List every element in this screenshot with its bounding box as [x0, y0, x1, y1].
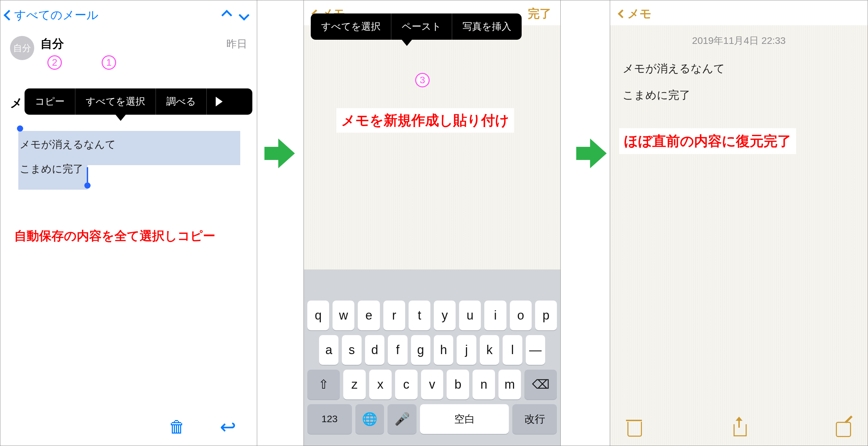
notes-done-button[interactable]: 完了	[528, 6, 551, 22]
note-body[interactable]: メモが消えるなんて こまめに完了	[610, 47, 868, 116]
subject-fragment: メ	[10, 96, 23, 110]
share-icon[interactable]	[731, 418, 747, 436]
key-a[interactable]: a	[319, 335, 338, 365]
notes-nav-bar: メモ	[610, 0, 868, 27]
key-g[interactable]: g	[411, 335, 430, 365]
key-m[interactable]: m	[498, 370, 521, 399]
notes-bottom-toolbar	[610, 408, 868, 446]
context-copy[interactable]: コピー	[25, 88, 75, 115]
key-p[interactable]: p	[535, 301, 557, 330]
notes-view-screen: メモ 2019年11月4日 22:33 メモが消えるなんて こまめに完了 ほぼ直…	[610, 0, 868, 446]
mail-screen: すべてのメール 自分 自分 昨日 2 1 メ コピー すべてを選択	[0, 0, 257, 446]
key-—[interactable]: —	[526, 335, 545, 365]
return-key[interactable]: 改行	[512, 404, 557, 434]
note-line1: メモが消えるなんて	[623, 57, 855, 80]
globe-key[interactable]: 🌐	[355, 404, 384, 434]
trash-icon[interactable]	[169, 417, 185, 436]
chevron-left-icon	[618, 9, 626, 18]
key-n[interactable]: n	[473, 370, 495, 399]
annotation-text: ほぼ直前の内容に復元完了	[619, 128, 796, 154]
key-c[interactable]: c	[395, 370, 418, 399]
reply-icon[interactable]	[220, 416, 236, 438]
avatar-text: 自分	[13, 42, 31, 54]
key-u[interactable]: u	[459, 301, 481, 330]
key-o[interactable]: o	[510, 301, 532, 330]
context-paste[interactable]: ペースト	[391, 13, 452, 40]
context-insert-photo[interactable]: 写真を挿入	[452, 13, 522, 40]
context-select-all[interactable]: すべてを選択	[75, 88, 156, 115]
context-more-icon[interactable]	[216, 97, 243, 106]
keyboard-suggestion-bar[interactable]	[304, 276, 560, 301]
notes-back-button[interactable]: メモ	[619, 6, 652, 22]
key-z[interactable]: z	[343, 370, 366, 399]
software-keyboard: qwertyuiop asdfghjkl— ⇧ zxcvbnm ⌫ 123 🌐 …	[304, 269, 560, 446]
key-b[interactable]: b	[447, 370, 469, 399]
annotation-badge-3: 3	[415, 73, 430, 87]
shift-key[interactable]: ⇧	[307, 370, 340, 399]
key-v[interactable]: v	[421, 370, 444, 399]
sender-date: 昨日	[226, 37, 247, 51]
key-t[interactable]: t	[409, 301, 430, 330]
text-context-menu: すべてを選択 ペースト 写真を挿入	[311, 13, 522, 40]
step-arrow-icon	[576, 139, 605, 168]
mail-body-line1: メモが消えるなんて	[20, 134, 237, 154]
compose-icon[interactable]	[836, 419, 852, 435]
mail-bottom-toolbar	[0, 408, 257, 446]
key-q[interactable]: q	[307, 301, 329, 330]
key-r[interactable]: r	[383, 301, 405, 330]
mail-back-button[interactable]: すべてのメール	[5, 7, 99, 23]
key-k[interactable]: k	[480, 335, 499, 365]
key-h[interactable]: h	[434, 335, 453, 365]
note-line2: こまめに完了	[623, 84, 855, 107]
numbers-key[interactable]: 123	[307, 404, 352, 434]
annotation-text: 自動保存の内容を全て選択しコピー	[14, 228, 243, 245]
space-key[interactable]: 空白	[420, 404, 509, 434]
key-w[interactable]: w	[333, 301, 354, 330]
trash-icon[interactable]	[626, 418, 642, 436]
mic-key[interactable]: 🎤	[388, 404, 417, 434]
notes-paper-background: 2019年11月4日 22:33 メモが消えるなんて こまめに完了 ほぼ直前の内…	[610, 25, 868, 446]
context-select-all[interactable]: すべてを選択	[311, 13, 391, 40]
key-e[interactable]: e	[358, 301, 380, 330]
key-l[interactable]: l	[503, 335, 522, 365]
menu-separator	[206, 88, 207, 115]
avatar: 自分	[10, 36, 34, 60]
text-caret-handle[interactable]	[87, 167, 88, 182]
annotation-text: メモを新規作成し貼り付け	[336, 108, 514, 133]
backspace-key[interactable]: ⌫	[524, 370, 557, 399]
key-d[interactable]: d	[365, 335, 384, 365]
text-context-menu: コピー すべてを選択 調べる	[25, 88, 252, 115]
mail-message-header: 自分 自分 昨日 2 1	[0, 30, 257, 87]
chevron-left-icon	[3, 10, 14, 20]
annotation-badge-1: 1	[102, 55, 116, 70]
key-y[interactable]: y	[434, 301, 456, 330]
notes-edit-screen: メモ 完了 すべてを選択 ペースト 写真を挿入 3 メモを新規作成し貼り付け q…	[304, 0, 561, 446]
context-lookup[interactable]: 調べる	[156, 88, 206, 115]
mail-back-label: すべてのメール	[14, 7, 99, 23]
key-s[interactable]: s	[342, 335, 361, 365]
selected-text-area[interactable]: メモが消えるなんて こまめに完了	[18, 131, 240, 190]
mail-prev-message-button[interactable]	[221, 10, 232, 20]
key-i[interactable]: i	[484, 301, 506, 330]
annotation-badge-2: 2	[47, 55, 62, 70]
mail-next-message-button[interactable]	[239, 10, 249, 20]
sender-name: 自分	[40, 36, 64, 52]
key-x[interactable]: x	[369, 370, 392, 399]
notes-back-label: メモ	[627, 6, 652, 22]
step-arrow-icon	[264, 139, 293, 168]
key-f[interactable]: f	[388, 335, 407, 365]
mail-nav-bar: すべてのメール	[0, 0, 257, 30]
notes-paper-background: すべてを選択 ペースト 写真を挿入 3 メモを新規作成し貼り付け qwertyu…	[304, 25, 560, 446]
note-timestamp: 2019年11月4日 22:33	[610, 25, 868, 47]
key-j[interactable]: j	[457, 335, 476, 365]
